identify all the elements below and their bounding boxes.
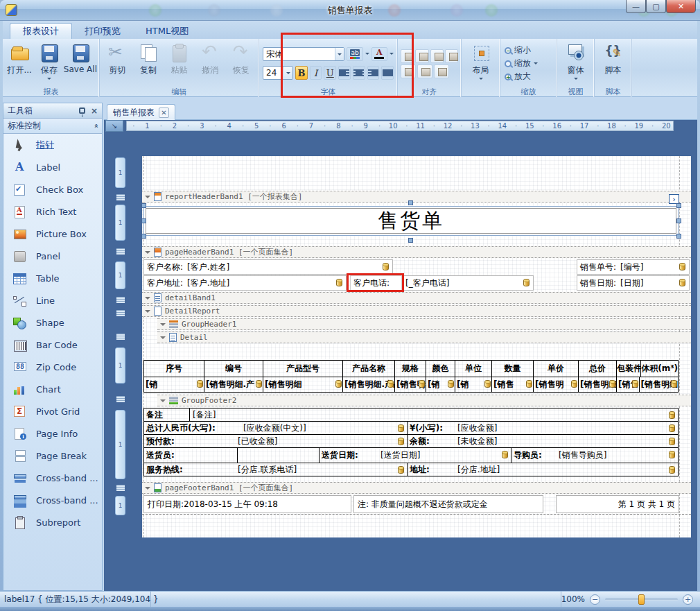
detail-table-header-cell[interactable]: 体积(m³) (641, 361, 678, 377)
toolbox-item[interactable]: Zip Code (3, 356, 102, 378)
bold-button[interactable]: B (295, 66, 308, 80)
collapse-triangle-icon[interactable] (145, 310, 150, 316)
font-color-button[interactable]: A (371, 47, 387, 61)
design-canvas[interactable]: 1 1 1 1 1 1 (104, 132, 697, 591)
zoom-in-button[interactable]: + (683, 594, 693, 605)
copy-button[interactable]: 复制 (133, 40, 164, 87)
italic-button[interactable]: I (310, 66, 322, 80)
tab-html-view[interactable]: HTML视图 (133, 23, 201, 39)
tab-report-design[interactable]: 报表设计 (10, 23, 72, 39)
document-tab-close-icon[interactable]: ✕ (159, 107, 169, 118)
print-date-label[interactable]: 打印日期:2018-03-15 上午 09:18 (143, 495, 351, 513)
chevron-down-icon[interactable] (390, 53, 394, 57)
toolbox-item[interactable]: Cross-band ... (3, 489, 102, 511)
redo-button[interactable]: 恢复 (225, 40, 256, 87)
field-customer-phone-label[interactable]: 客户电话: (350, 275, 402, 291)
detail-table-header-cell[interactable]: 总价 (579, 361, 617, 377)
zoom-button[interactable]: 缩放 (502, 57, 554, 70)
toolbox-section-header[interactable]: 标准控制 » (3, 119, 102, 134)
band-group-header[interactable]: GroupHeader1 (157, 318, 691, 330)
band-drag-handle[interactable] (116, 485, 125, 491)
detail-table-header-cell[interactable]: 产品型号 (263, 361, 343, 377)
layout-button[interactable]: 布局 (465, 40, 497, 97)
smart-tag-button[interactable]: › (669, 194, 679, 204)
paste-button[interactable]: 粘贴 (164, 40, 195, 87)
close-icon[interactable]: × (91, 106, 98, 116)
collapse-triangle-icon[interactable] (160, 399, 166, 405)
footer-row-hotline[interactable]: 服务热线: [分店.联系电话] 地址: [分店.地址] (143, 463, 679, 476)
document-tab[interactable]: 销售单报表 ✕ (107, 104, 175, 120)
detail-table-header-cell[interactable]: 包装件 (617, 361, 641, 377)
zoom-out-button[interactable]: − 缩小 (502, 44, 554, 57)
toolbox-item[interactable]: Check Box (3, 178, 102, 200)
form-view-button[interactable]: 窗体 (560, 40, 592, 87)
detail-table-header-cell[interactable]: 编号 (204, 361, 263, 377)
band-drag-handle[interactable] (116, 396, 125, 402)
open-button[interactable]: 打开... (5, 40, 34, 87)
toolbox-item[interactable]: Shape (3, 311, 102, 334)
footer-row-total[interactable]: 总计人民币(大写): [应收金额(中文)] ¥(小写): [应收金额] (143, 421, 679, 435)
band-drag-handle[interactable] (116, 194, 125, 200)
zoom-in-button[interactable]: + 放大 (502, 70, 554, 83)
align-middles-button[interactable] (417, 64, 432, 78)
detail-table-data-cell[interactable]: [销售明细 (579, 377, 617, 392)
detail-table-data-cell[interactable]: [销售明细 (640, 377, 678, 392)
selection-handle[interactable] (408, 200, 413, 205)
field-customer-address[interactable]: 客户地址: [客户.地址] (143, 275, 347, 291)
toolbox-item[interactable]: Subreport (3, 511, 102, 533)
align-lefts-button[interactable] (415, 49, 428, 63)
collapse-triangle-icon[interactable] (145, 487, 150, 492)
align-left-button[interactable] (338, 66, 351, 80)
toolbox-item[interactable]: Picture Box (3, 223, 102, 245)
footer-row-prepaid[interactable]: 预付款: [已收金额] 余额: [未收金额] (143, 434, 679, 448)
align-center-button[interactable] (353, 66, 365, 80)
selection-handle[interactable] (141, 234, 146, 239)
band-page-header[interactable]: pageHeaderBand1 [一个页面集合] (142, 246, 691, 258)
band-drag-handle[interactable] (116, 310, 125, 316)
selection-handle[interactable] (676, 234, 681, 239)
selection-handle[interactable] (408, 238, 413, 243)
toolbox-item[interactable]: Pivot Grid (3, 400, 102, 422)
save-all-button[interactable]: Save All (64, 40, 97, 87)
font-name-combo[interactable]: 宋体 (263, 47, 344, 61)
ruler-corner-button[interactable]: ↘ (105, 120, 123, 132)
cut-button[interactable]: 剪切 (102, 40, 133, 87)
align-justify-button[interactable] (381, 66, 394, 80)
toolbox-item[interactable]: Table (3, 267, 102, 289)
selection-handle[interactable] (676, 203, 681, 208)
save-button[interactable]: 保存 (34, 40, 63, 87)
note-label[interactable]: 注: 非质量问题概不退还货款或定金 (353, 495, 543, 513)
detail-table-data-cell[interactable]: [销售明 (617, 377, 640, 392)
field-customer-name[interactable]: 客户名称: [客户.姓名] (143, 259, 393, 275)
detail-table-data-cell[interactable]: [销 (455, 377, 492, 392)
toolbox-item[interactable]: 指针 (3, 134, 102, 156)
tab-print-preview[interactable]: 打印预览 (72, 23, 133, 39)
highlight-color-button[interactable]: ab (347, 47, 362, 61)
detail-table-header-cell[interactable]: 数量 (492, 361, 534, 377)
zoom-slider-track[interactable] (605, 599, 678, 601)
collapse-triangle-icon[interactable] (145, 297, 150, 302)
detail-table-header-cell[interactable]: 序号 (144, 361, 204, 377)
toolbox-item[interactable]: Rich Text (3, 200, 102, 223)
report-page[interactable]: reportHeaderBand1 [一个报表集合] 售货单 › (142, 156, 691, 537)
band-drag-handle[interactable] (116, 297, 125, 303)
detail-table-data-cell[interactable]: [销售明细 (395, 377, 426, 392)
band-drag-handle[interactable] (116, 334, 125, 340)
field-sale-date[interactable]: 销售日期: [日期] (577, 275, 690, 291)
detail-table-header-cell[interactable]: 颜色 (426, 361, 455, 377)
align-tops-button[interactable] (401, 64, 416, 78)
maximize-button[interactable]: ▢ (646, 0, 666, 13)
minimize-button[interactable]: — (626, 0, 646, 13)
footer-row-remark[interactable]: 备注 [备注] (143, 408, 679, 422)
detail-table-header-cell[interactable]: 单位 (455, 361, 492, 377)
band-group-footer[interactable]: GroupFooter2 (157, 395, 691, 406)
report-title-label[interactable]: 售货单 (143, 206, 679, 236)
detail-table-data-cell[interactable]: [销 (426, 377, 455, 392)
collapse-triangle-icon[interactable] (145, 196, 150, 201)
toolbox-item[interactable]: Panel (3, 245, 102, 267)
collapse-triangle-icon[interactable] (145, 251, 150, 257)
close-button[interactable]: ✕ (666, 0, 696, 13)
combo-dropdown-icon[interactable] (335, 48, 344, 60)
band-detail-sub[interactable]: Detail (157, 332, 691, 343)
toolbox-item[interactable]: Cross-band ... (3, 467, 102, 489)
